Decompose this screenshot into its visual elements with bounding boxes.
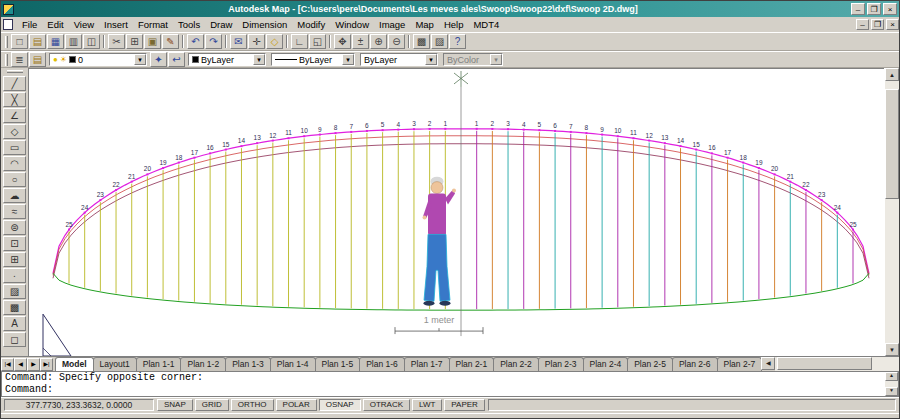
menu-edit[interactable]: Edit [42, 17, 68, 32]
menu-modify[interactable]: Modify [292, 17, 330, 32]
lineweight-dropdown[interactable]: ByLayer ▾ [360, 53, 438, 66]
tab-plan-2-1[interactable]: Plan 2-1 [449, 357, 495, 371]
menu-view[interactable]: View [69, 17, 99, 32]
new-button[interactable]: □ [11, 34, 28, 49]
menu-mdt4[interactable]: MDT4 [468, 17, 504, 32]
scroll-down-icon[interactable]: ▼ [885, 387, 898, 396]
arc-button[interactable]: ◠ [3, 156, 26, 171]
layer-previous-button[interactable]: ↩ [168, 52, 185, 67]
command-scrollbar[interactable]: ▲ ▼ [885, 372, 898, 396]
status-toggle-polar[interactable]: POLAR [276, 399, 317, 411]
tab-plan-2-5[interactable]: Plan 2-5 [627, 357, 673, 371]
rectangle-button[interactable]: ▭ [3, 140, 26, 155]
layer-dropdown[interactable]: ● ☀ 0 ▾ [49, 53, 147, 66]
object-snap-tracking-button[interactable]: ✛ [248, 34, 265, 49]
tab-nav-last-button[interactable]: ▶| [40, 358, 53, 371]
document-restore-button[interactable]: ❐ [871, 19, 884, 30]
tab-plan-2-3[interactable]: Plan 2-3 [538, 357, 584, 371]
insert-hyperlink-button[interactable]: ✉ [230, 34, 247, 49]
undo-button[interactable]: ↶ [187, 34, 204, 49]
status-toggle-lwt[interactable]: LWT [412, 399, 442, 411]
status-toggle-snap[interactable]: SNAP [157, 399, 193, 411]
toolbar-grip[interactable] [5, 54, 8, 66]
designcenter-button[interactable]: ▨ [431, 34, 448, 49]
menu-tools[interactable]: Tools [173, 17, 205, 32]
redo-button[interactable]: ↷ [205, 34, 222, 49]
object-snap-button[interactable]: ◇ [266, 34, 283, 49]
chevron-down-icon[interactable]: ▾ [134, 54, 146, 65]
status-toggle-grid[interactable]: GRID [195, 399, 229, 411]
horizontal-scrollbar[interactable]: ◀ ▶ [761, 357, 900, 371]
polyline-button[interactable]: ∠ [3, 108, 26, 123]
scroll-left-icon[interactable]: ◀ [761, 357, 775, 370]
tab-plan-1-2[interactable]: Plan 1-2 [180, 357, 226, 371]
print-preview-button[interactable]: ◫ [83, 34, 100, 49]
menu-insert[interactable]: Insert [99, 17, 133, 32]
construction-line-button[interactable]: ╳ [3, 92, 26, 107]
zoom-previous-button[interactable]: ⊖ [388, 34, 405, 49]
status-toggle-ortho[interactable]: ORTHO [231, 399, 274, 411]
revision-cloud-button[interactable]: ☁ [3, 188, 26, 203]
print-button[interactable]: ▥ [65, 34, 82, 49]
status-toggle-otrack[interactable]: OTRACK [363, 399, 410, 411]
copy-button[interactable]: ⊞ [126, 34, 143, 49]
tab-nav-prev-button[interactable]: ◀ [14, 358, 27, 371]
chevron-down-icon[interactable]: ▾ [342, 54, 354, 65]
scroll-down-icon[interactable]: ▼ [885, 343, 899, 356]
save-button[interactable]: ▦ [47, 34, 64, 49]
zoom-realtime-button[interactable]: ± [352, 34, 369, 49]
toolbar-grip[interactable] [5, 36, 8, 48]
tab-plan-2-2[interactable]: Plan 2-2 [493, 357, 539, 371]
vertical-scroll-thumb[interactable] [885, 89, 899, 199]
chevron-down-icon[interactable]: ▾ [425, 54, 437, 65]
command-prompt-line[interactable]: Command: [5, 384, 885, 396]
tab-plan-1-6[interactable]: Plan 1-6 [359, 357, 405, 371]
window-minimize-button[interactable]: – [851, 3, 865, 15]
open-button[interactable]: ▤ [29, 34, 46, 49]
document-close-button[interactable]: × [886, 19, 899, 30]
menu-window[interactable]: Window [330, 17, 374, 32]
polygon-button[interactable]: ◇ [3, 124, 26, 139]
linetype-dropdown[interactable]: ByLayer ▾ [271, 53, 355, 66]
ucs-button[interactable]: ∟ [291, 34, 308, 49]
tab-model[interactable]: Model [55, 357, 94, 371]
make-block-button[interactable]: ⊞ [3, 252, 26, 267]
toolbar-grip[interactable] [7, 70, 23, 73]
tab-nav-first-button[interactable]: |◀ [1, 358, 14, 371]
document-minimize-button[interactable]: – [856, 19, 869, 30]
menu-dimension[interactable]: Dimension [237, 17, 292, 32]
zoom-window-button[interactable]: ⊕ [370, 34, 387, 49]
drawing-canvas[interactable]: 1122334455667788991010111112121313141415… [29, 68, 884, 356]
ellipse-button[interactable]: ⊜ [3, 220, 26, 235]
horizontal-scroll-track[interactable] [775, 357, 900, 371]
erase-button[interactable]: ◻ [3, 332, 26, 347]
layers-button[interactable]: ≣ [11, 52, 28, 67]
status-toggle-osnap[interactable]: OSNAP [319, 399, 361, 411]
tab-plan-2-4[interactable]: Plan 2-4 [583, 357, 629, 371]
pan-realtime-button[interactable]: ✥ [334, 34, 351, 49]
tab-plan-1-4[interactable]: Plan 1-4 [270, 357, 316, 371]
tab-layout1[interactable]: Layout1 [93, 357, 137, 371]
window-close-button[interactable]: × [883, 3, 897, 15]
menu-image[interactable]: Image [374, 17, 410, 32]
color-dropdown[interactable]: ByLayer ▾ [188, 53, 266, 66]
menu-file[interactable]: File [17, 17, 42, 32]
tab-plan-2-7[interactable]: Plan 2-7 [717, 357, 763, 371]
status-toggle-paper[interactable]: PAPER [444, 399, 485, 411]
layer-manager-button[interactable]: ▤ [29, 52, 46, 67]
tab-plan-1-3[interactable]: Plan 1-3 [225, 357, 271, 371]
menu-draw[interactable]: Draw [205, 17, 237, 32]
menu-format[interactable]: Format [133, 17, 173, 32]
spline-button[interactable]: ≈ [3, 204, 26, 219]
region-button[interactable]: ▩ [3, 300, 26, 315]
window-restore-button[interactable]: ❐ [867, 3, 881, 15]
named-views-button[interactable]: ◱ [309, 34, 326, 49]
circle-button[interactable]: ○ [3, 172, 26, 187]
menu-help[interactable]: Help [439, 17, 469, 32]
tab-plan-1-1[interactable]: Plan 1-1 [136, 357, 182, 371]
horizontal-scroll-thumb[interactable] [777, 357, 872, 370]
document-icon[interactable] [3, 19, 13, 30]
point-button[interactable]: ∙ [3, 268, 26, 283]
properties-button[interactable]: ▩ [413, 34, 430, 49]
insert-block-button[interactable]: ⊡ [3, 236, 26, 251]
